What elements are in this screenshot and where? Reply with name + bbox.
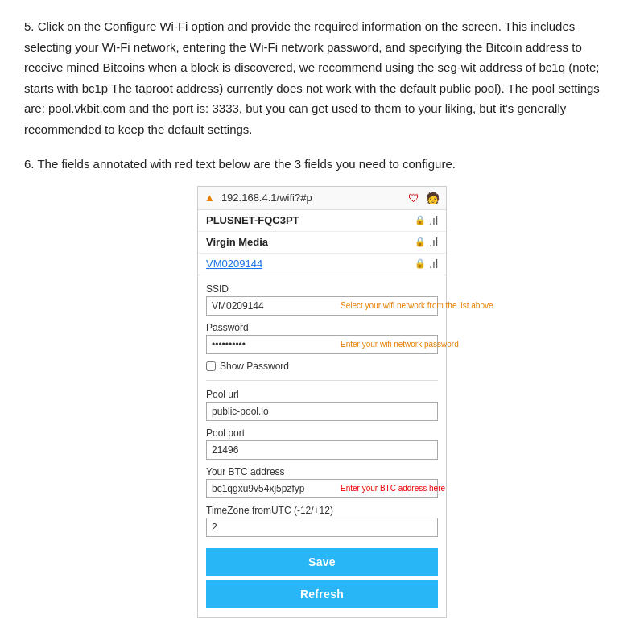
btc-address-input[interactable]	[207, 480, 337, 497]
signal-bars: .ıl	[429, 258, 438, 270]
signal-bars: .ıl	[429, 214, 438, 227]
password-group: Password Enter your wifi network passwor…	[206, 322, 438, 354]
lock-icon: 🔒	[415, 237, 426, 247]
timezone-input[interactable]	[207, 518, 437, 536]
show-password-row: Show Password	[206, 361, 438, 372]
network-name-vm: VM0209144	[206, 258, 262, 270]
save-button[interactable]: Save	[206, 548, 438, 576]
list-item[interactable]: PLUSNET-FQC3PT 🔒 .ıl	[198, 210, 446, 232]
section6-header: 6. The fields annotated with red text be…	[24, 154, 620, 175]
ssid-group: SSID Select your wifi network from the l…	[206, 283, 438, 316]
password-input[interactable]	[207, 336, 337, 353]
ssid-input-row: Select your wifi network from the list a…	[206, 296, 438, 316]
pool-port-label: Pool port	[206, 427, 438, 439]
pool-url-label: Pool url	[206, 389, 438, 400]
ssid-input[interactable]	[207, 297, 337, 315]
pool-port-input-row	[206, 440, 438, 460]
warning-icon: ▲	[204, 192, 215, 204]
ssid-label: SSID	[206, 283, 438, 295]
list-item[interactable]: VM0209144 🔒 .ıl	[198, 254, 446, 275]
signal-bars: .ıl	[429, 236, 438, 249]
btc-address-input-row: Enter your BTC address here	[206, 479, 438, 498]
wifi-config-panel: ▲ 192.168.4.1/wifi?#p 🛡 🧑 PLUSNET-FQC3PT…	[197, 186, 447, 618]
lock-icon: 🔒	[415, 215, 426, 225]
pool-port-group: Pool port	[206, 427, 438, 460]
network-name-plusnet: PLUSNET-FQC3PT	[206, 214, 299, 226]
pool-url-input-row	[206, 402, 438, 421]
wifi-form: SSID Select your wifi network from the l…	[198, 275, 446, 617]
lock-icon: 🔒	[415, 258, 426, 269]
signal-icons: 🔒 .ıl	[415, 258, 438, 270]
signal-icons: 🔒 .ıl	[415, 214, 438, 227]
btc-address-hint: Enter your BTC address here	[337, 484, 448, 493]
network-name-virgin: Virgin Media	[206, 236, 268, 248]
show-password-checkbox[interactable]	[206, 361, 216, 371]
ssid-hint: Select your wifi network from the list a…	[337, 301, 497, 310]
password-input-row: Enter your wifi network password	[206, 335, 438, 354]
address-text: 192.168.4.1/wifi?#p	[221, 192, 402, 204]
shield-icon: 🛡	[408, 192, 419, 204]
timezone-group: TimeZone fromUTC (-12/+12)	[206, 505, 438, 537]
pool-url-group: Pool url	[206, 389, 438, 421]
list-item[interactable]: Virgin Media 🔒 .ıl	[198, 232, 446, 254]
refresh-button[interactable]: Refresh	[206, 580, 438, 608]
step5-paragraph: 5. Click on the Configure Wi-Fi option a…	[24, 16, 620, 139]
btc-address-label: Your BTC address	[206, 466, 438, 477]
timezone-label: TimeZone fromUTC (-12/+12)	[206, 505, 438, 516]
address-bar: ▲ 192.168.4.1/wifi?#p 🛡 🧑	[198, 187, 446, 210]
network-list: PLUSNET-FQC3PT 🔒 .ıl Virgin Media 🔒 .ıl …	[198, 210, 446, 275]
signal-icons: 🔒 .ıl	[415, 236, 438, 249]
show-password-label: Show Password	[220, 361, 289, 372]
divider	[206, 380, 438, 381]
password-hint: Enter your wifi network password	[337, 340, 462, 349]
pool-port-input[interactable]	[207, 441, 437, 459]
person-icon: 🧑	[426, 192, 440, 204]
btc-address-group: Your BTC address Enter your BTC address …	[206, 466, 438, 498]
password-label: Password	[206, 322, 438, 333]
timezone-input-row	[206, 518, 438, 537]
pool-url-input[interactable]	[207, 402, 437, 420]
button-group: Save Refresh	[206, 548, 438, 608]
